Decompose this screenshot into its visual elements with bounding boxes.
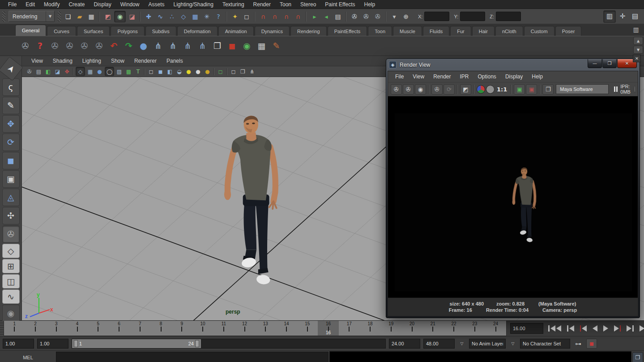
snapshot-icon[interactable]: ◉ [415, 84, 426, 95]
shelf-tab[interactable]: Hair [472, 26, 495, 36]
pane-layout-icon[interactable]: ❐ [239, 67, 247, 76]
input-connections-icon[interactable]: ▸ [309, 11, 320, 22]
menu-set-dropdown[interactable]: Rendering ▼ [9, 11, 55, 22]
snap-align-icon[interactable]: ◼ [225, 39, 239, 53]
render-view-menu-item[interactable]: Render [429, 73, 455, 81]
shelf-tab[interactable]: Fur [450, 26, 471, 36]
y-field[interactable] [460, 12, 485, 21]
remove-image-icon[interactable]: ▣ [526, 84, 537, 95]
menu-item[interactable]: Create [64, 0, 89, 9]
timeline-frame[interactable]: 12 [234, 321, 255, 336]
snap-to-point-icon[interactable]: ∴ [166, 11, 177, 22]
play-backwards-button[interactable] [590, 324, 600, 333]
playback-start-field[interactable] [37, 339, 68, 349]
timeline-frame[interactable]: 3 [46, 321, 67, 336]
step-back-key-button[interactable] [578, 324, 589, 333]
render-view-menu-item[interactable]: File [391, 73, 408, 81]
selection-highlight-icon[interactable]: ◻ [216, 67, 225, 76]
panel-menu-item[interactable]: Shading [48, 57, 77, 65]
snap-to-surface-icon[interactable]: ▦ [190, 11, 200, 22]
ipr-render-icon[interactable]: ✇ [361, 11, 371, 22]
shelf-tab[interactable]: PaintEffects [328, 26, 367, 36]
auto-keyframe-icon[interactable]: ◼ [586, 339, 597, 349]
shelf-scroll-up-icon[interactable]: ▲ [633, 37, 643, 45]
set-key-icon[interactable]: ⊶ [573, 339, 583, 348]
output-connections-icon[interactable]: ◂ [321, 11, 332, 22]
step-forward-key-button[interactable] [612, 324, 623, 333]
display-real-size-icon[interactable]: 1:1 [495, 85, 508, 94]
timeline-frame[interactable]: 16 16 [318, 321, 339, 336]
shelf-tab[interactable]: Rendering [290, 26, 327, 36]
renderer-select[interactable]: Maya Software [556, 84, 609, 94]
play-forward-button[interactable] [601, 324, 610, 333]
poly-group-icon[interactable]: ▦ [255, 39, 269, 53]
menu-item[interactable]: Paint Effects [320, 0, 359, 9]
delete-unused-icon[interactable]: ● [136, 39, 150, 53]
layout-single-persp[interactable]: ◇ [2, 244, 20, 258]
ipr-render-icon[interactable]: ✇ [431, 84, 443, 95]
current-time-field[interactable] [510, 323, 543, 334]
default-material-icon[interactable]: T [134, 67, 142, 76]
go-to-start-button[interactable] [546, 324, 563, 333]
snap-to-grid-icon[interactable]: ✚ [143, 11, 154, 22]
select-hierarchy-icon[interactable]: ◩ [102, 11, 113, 22]
time-slider-grip[interactable] [0, 321, 4, 336]
isolate-cube-icon[interactable]: ◻ [229, 67, 238, 76]
save-scene-icon[interactable]: ▦ [86, 11, 97, 22]
open-render-settings-icon[interactable]: ❐ [542, 84, 554, 95]
xray-icon[interactable]: ◼ [156, 67, 165, 76]
magnet-curve-icon[interactable]: ∩ [269, 11, 280, 22]
shelf-tab[interactable]: Dynamics [255, 26, 290, 36]
panel-menu-item[interactable]: Panels [162, 57, 188, 65]
universal-manipulator-tool[interactable]: ▣ [2, 170, 20, 188]
panel-menu-item[interactable]: Renderer [129, 57, 162, 65]
menu-item[interactable]: Assets [144, 0, 169, 9]
shelf-tab[interactable]: Custom [524, 26, 554, 36]
paint-selection-tool[interactable]: ✎ [2, 97, 20, 114]
frame-ruler[interactable]: 1 2 3 4 [4, 321, 507, 336]
highlight-selection-icon[interactable]: ◻ [241, 11, 252, 22]
playback-end-field[interactable] [389, 339, 420, 349]
redo-previous-render-icon[interactable]: ✇ [403, 84, 414, 95]
rotate-tool[interactable]: ⟳ [2, 134, 20, 151]
select-component-icon[interactable]: ◪ [127, 11, 137, 22]
film-gate-icon[interactable]: ▦ [86, 67, 94, 76]
shaded-display-icon[interactable]: ● [95, 67, 104, 76]
show-manipulator-tool[interactable]: ✣ [2, 207, 20, 224]
menu-item[interactable]: Stereo [296, 0, 320, 9]
range-end-handle[interactable] [195, 340, 199, 347]
outliner-window-icon[interactable]: ❐ [210, 39, 224, 53]
open-scene-icon[interactable]: ▰ [74, 11, 85, 22]
camera-stereo-icon[interactable]: ✇ [92, 39, 106, 53]
image-plane-icon[interactable]: ◪ [53, 67, 62, 76]
animation-start-field[interactable] [3, 339, 34, 349]
step-forward-frame-button[interactable] [624, 324, 636, 333]
command-result-area[interactable] [329, 351, 631, 362]
rgb-channels-icon[interactable] [477, 85, 485, 94]
anim-layer-field[interactable] [469, 339, 506, 349]
timeline-frame[interactable]: 4 [67, 321, 88, 336]
panel-menu-item[interactable]: Lighting [77, 57, 106, 65]
undo-arrow-icon[interactable]: ↶ [107, 39, 121, 53]
script-editor-icon[interactable]: ❐ [632, 352, 643, 362]
timeline-frame[interactable]: 5 [88, 321, 109, 336]
character-set-field[interactable] [520, 339, 570, 349]
tool-settings-icon[interactable]: ✛ [617, 11, 628, 22]
lock-selection-icon[interactable]: ✦ [230, 11, 240, 22]
timeline-frame[interactable]: 7 [130, 321, 151, 336]
render-view-menu-item[interactable]: View [408, 73, 429, 81]
menu-item[interactable]: Lighting/Shading [169, 0, 218, 9]
isolate-select-icon[interactable]: ◻ [147, 67, 155, 76]
shelf-tab[interactable]: Curves [47, 26, 76, 36]
hypergraph-connections-icon[interactable]: ⋔ [166, 39, 180, 53]
timeline-frame[interactable]: 22 [444, 321, 465, 336]
layout-persp-graph[interactable]: ∿ [2, 289, 20, 304]
new-scene-icon[interactable]: ❏ [63, 11, 73, 22]
construction-history-icon[interactable]: ▤ [333, 11, 343, 22]
timeline-frame[interactable]: 10 [192, 321, 213, 336]
pause-ipr-icon[interactable] [614, 86, 618, 92]
range-start-handle[interactable] [74, 340, 78, 347]
timeline-frame[interactable]: 8 [150, 321, 171, 336]
stop-render-icon[interactable] [634, 86, 635, 93]
rendered-image[interactable] [395, 113, 632, 291]
